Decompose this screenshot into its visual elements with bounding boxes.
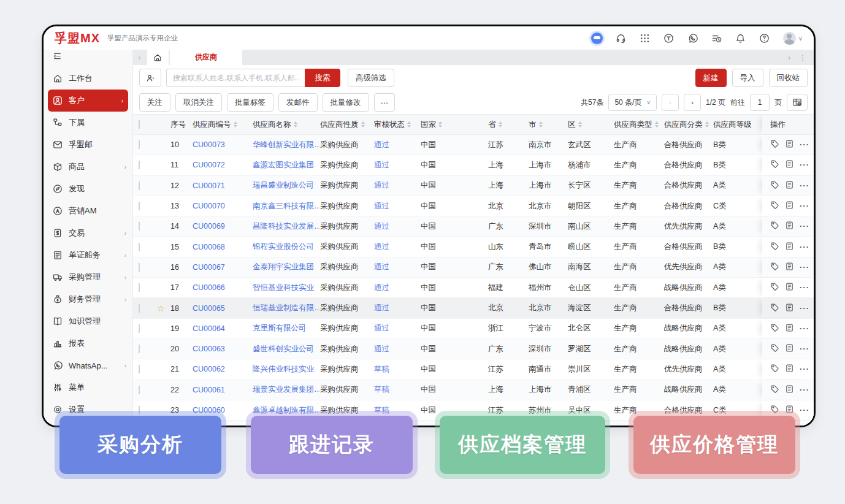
bulk-action-button-4[interactable]: 批量修改 [323,93,369,112]
recycle-bin-button[interactable]: 回收站 [769,69,808,87]
sidebar-item-knowledge[interactable]: 知识管理 [44,310,132,332]
cell-audit-status[interactable]: 通过 [374,180,421,191]
row-checkbox[interactable] [139,161,140,169]
cell-supplier-code-link[interactable]: CU00071 [193,181,253,190]
import-button[interactable]: 导入 [732,69,763,87]
sidebar-item-shipping-docs[interactable]: 单证船务› [44,244,132,266]
cell-supplier-name-link[interactable]: 智恒基业科技实业 [253,283,320,293]
select-all-checkbox[interactable] [139,120,140,129]
row-more-icon[interactable]: ··· [800,142,809,147]
tab-supplier[interactable]: 供应商 [170,50,242,65]
search-input[interactable] [166,69,305,87]
message-t-icon[interactable] [663,32,675,44]
search-button[interactable]: 搜索 [305,69,340,87]
sidebar-item-report[interactable]: 报表 [44,332,132,354]
sidebar-item-menu[interactable]: 菜单 [44,376,132,399]
cell-supplier-name-link[interactable]: 瑞昌盛业制造公司 [253,180,320,191]
bulk-action-button-0[interactable]: 关注 [139,93,170,112]
ai-assistant-icon[interactable] [591,32,603,44]
column-settings-button[interactable] [787,94,808,111]
row-checkbox[interactable] [139,304,140,313]
cell-audit-status[interactable]: 通过 [374,242,421,252]
cell-supplier-name-link[interactable]: 锦程实业股份公司 [253,242,320,252]
detail-doc-icon[interactable] [785,139,794,150]
contact-filter-button[interactable] [139,69,161,87]
create-button[interactable]: 新建 [695,69,727,87]
cell-supplier-name-link[interactable]: 鑫源卓越制造有限… [253,405,320,416]
tag-icon[interactable] [770,242,779,253]
detail-doc-icon[interactable] [785,364,794,375]
cell-audit-status[interactable]: 草稿 [374,384,421,395]
bulk-action-button-1[interactable]: 取消关注 [175,93,222,112]
row-more-icon[interactable]: ··· [800,204,809,208]
cell-supplier-code-link[interactable]: CU00063 [193,345,253,353]
cell-supplier-code-link[interactable]: CU00064 [193,324,253,333]
column-header-10[interactable]: 供应商分类 [664,120,713,130]
bulk-action-button-3[interactable]: 发邮件 [278,93,318,112]
tag-icon[interactable] [770,405,779,416]
sidebar-item-finance[interactable]: 财务管理› [44,288,132,310]
apps-grid-icon[interactable] [640,32,651,44]
detail-doc-icon[interactable] [785,262,794,273]
cell-supplier-code-link[interactable]: CU00072 [193,161,253,169]
sort-icon[interactable] [655,121,659,128]
column-header-9[interactable]: 供应商类型 [614,120,664,130]
column-header-7[interactable]: 市 [529,120,568,130]
bulk-action-button-5[interactable]: ⋯ [374,93,396,112]
cell-supplier-code-link[interactable]: CU00067 [193,263,253,272]
cell-supplier-code-link[interactable]: CU00061 [193,386,253,394]
cell-supplier-code-link[interactable]: CU00068 [193,243,253,251]
star-icon[interactable]: ☆ [157,304,165,313]
column-header-2[interactable]: 供应商名称 [253,120,320,130]
sort-icon[interactable] [361,121,365,128]
cell-audit-status[interactable]: 通过 [374,303,421,313]
column-header-4[interactable]: 审核状态 [374,120,421,130]
row-checkbox[interactable] [139,406,140,414]
row-checkbox[interactable] [139,243,140,251]
tag-icon[interactable] [770,323,779,334]
tag-icon[interactable] [770,262,779,273]
cell-audit-status[interactable]: 草稿 [374,405,421,416]
row-more-icon[interactable]: ··· [800,408,809,413]
sidebar-item-marketing[interactable]: 营销AM [44,200,132,222]
row-checkbox[interactable] [139,345,140,353]
detail-doc-icon[interactable] [785,159,794,170]
cell-audit-status[interactable]: 通过 [374,283,421,293]
help-icon[interactable] [759,32,770,44]
row-checkbox[interactable] [139,386,140,394]
row-checkbox[interactable] [139,222,140,231]
sort-icon[interactable] [234,121,237,128]
cell-audit-status[interactable]: 通过 [374,221,421,232]
column-header-5[interactable]: 国家 [421,120,488,130]
row-checkbox[interactable] [139,263,140,272]
cell-audit-status[interactable]: 草稿 [374,364,421,375]
headset-icon[interactable] [616,32,627,44]
row-more-icon[interactable]: ··· [800,224,809,229]
cell-supplier-code-link[interactable]: CU00069 [193,222,253,231]
collapse-sidebar-icon[interactable] [53,52,62,63]
detail-doc-icon[interactable] [785,384,794,395]
detail-doc-icon[interactable] [785,200,794,212]
row-more-icon[interactable]: ··· [800,245,809,250]
tag-icon[interactable] [770,159,779,170]
cell-audit-status[interactable]: 通过 [374,262,421,272]
cell-supplier-name-link[interactable]: 瑞景实业发展集团… [253,384,320,395]
tag-icon[interactable] [770,139,779,150]
tab-home-icon[interactable] [147,50,169,65]
tag-icon[interactable] [770,180,779,191]
sort-icon[interactable] [438,121,442,128]
detail-doc-icon[interactable] [785,303,794,314]
sidebar-item-customer[interactable]: 客户› [48,90,128,112]
tab-back-icon[interactable]: ‹ [133,50,147,65]
sort-icon[interactable] [407,121,411,128]
cell-audit-status[interactable]: 通过 [374,201,421,212]
cell-supplier-code-link[interactable]: CU00060 [193,406,253,414]
row-more-icon[interactable]: ··· [800,388,809,392]
page-size-select[interactable]: 50 条/页 ∨ [608,94,657,111]
bulk-action-button-2[interactable]: 批量标签 [227,93,273,112]
detail-doc-icon[interactable] [785,405,794,416]
cell-supplier-code-link[interactable]: CU00062 [193,365,253,373]
sort-icon[interactable] [499,121,502,128]
advanced-filter-button[interactable]: 高级筛选 [348,69,394,87]
sidebar-item-home[interactable]: 工作台 [44,67,132,90]
